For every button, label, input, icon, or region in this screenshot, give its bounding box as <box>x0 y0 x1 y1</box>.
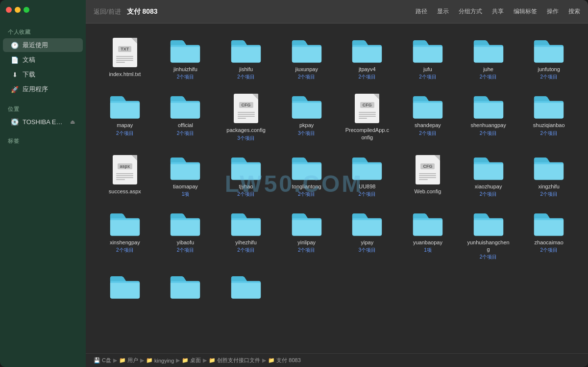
toolbar: 返回/前进 支付 8083 路径 显示 分组方式 共享 编辑标签 操作 搜索 <box>86 0 588 24</box>
folder-icon <box>351 210 383 236</box>
drive-icon: 💾 <box>94 357 100 364</box>
bc-user-folder[interactable]: 📁 用户 <box>119 357 138 364</box>
file-item[interactable]: yuanbaopay1项 <box>398 207 457 265</box>
file-count: 2个项目 <box>359 191 376 198</box>
folder-icon <box>291 37 322 63</box>
file-item[interactable]: aspx success.aspx <box>96 151 154 202</box>
file-name: jinhuizhifu <box>173 66 197 73</box>
eject-icon[interactable]: ⏏ <box>70 119 75 125</box>
toolbar-display-btn[interactable]: 显示 <box>437 7 449 16</box>
file-count: 2个项目 <box>540 74 558 80</box>
toolbar-path-btn[interactable]: 路径 <box>416 7 427 16</box>
sidebar-item-recent[interactable]: 🕐 最近使用 <box>3 38 83 52</box>
bc-label: kingying <box>154 358 174 364</box>
file-item[interactable] <box>96 269 154 306</box>
toolbar-action-btn[interactable]: 操作 <box>547 7 559 16</box>
file-item[interactable]: mapay2个项目 <box>96 89 154 145</box>
file-name: xingzhifu <box>538 183 559 190</box>
file-item[interactable]: jiuxunpay2个项目 <box>277 33 336 84</box>
breadcrumb: 💾 C盘 ▶ 📁 用户 ▶ 📁 kingying ▶ 📁 桌面 <box>94 357 301 364</box>
file-item[interactable]: yibaofu2个项目 <box>156 207 215 265</box>
file-name: tjyhao <box>239 183 253 190</box>
file-count: 2个项目 <box>480 254 497 261</box>
file-item[interactable]: jtpayv42个项目 <box>338 33 397 84</box>
maximize-button[interactable] <box>24 7 29 13</box>
file-count: 2个项目 <box>480 191 497 198</box>
folder-icon <box>230 155 262 180</box>
file-item[interactable] <box>217 269 275 306</box>
sidebar-item-label: 应用程序 <box>23 85 48 94</box>
bc-label: 创胜支付接口文件 <box>217 357 260 364</box>
file-item[interactable]: UU8982个项目 <box>338 151 397 202</box>
file-item[interactable]: CFG Web.config <box>398 151 457 202</box>
file-item[interactable]: tongliantong2个项目 <box>277 151 336 202</box>
file-count: 2个项目 <box>298 74 316 80</box>
file-item[interactable]: pkpay3个项目 <box>277 89 336 145</box>
file-count: 2个项目 <box>480 74 497 80</box>
file-item[interactable]: xinshengpay2个项目 <box>96 207 154 265</box>
file-item[interactable]: xiaozhupay2个项目 <box>459 151 518 202</box>
file-item[interactable]: CFG PrecompiledApp.config <box>338 89 397 145</box>
sidebar: 个人收藏 🕐 最近使用 📄 文稿 ⬇ 下载 🚀 应用程序 位置 💽 TOSHIB… <box>0 0 86 367</box>
file-name: shenhuangpay <box>470 122 506 129</box>
file-item[interactable]: TXT index.html.txt <box>96 33 154 84</box>
txt-file-icon: TXT <box>112 37 138 68</box>
toolbar-search-btn[interactable]: 搜索 <box>568 7 580 16</box>
toolbar-share-btn[interactable]: 共享 <box>492 7 504 16</box>
folder-icon <box>230 210 262 236</box>
folder-icon <box>412 210 443 236</box>
bc-label: 支付 8083 <box>276 357 301 364</box>
file-grid-container[interactable]: TXT index.html.txt jinhuizhifu2个项目 jishi… <box>86 24 588 353</box>
sidebar-section-personal: 个人收藏 <box>0 25 86 38</box>
folder-icon <box>412 93 443 119</box>
sidebar-item-downloads[interactable]: ⬇ 下载 <box>3 68 83 81</box>
file-name: official <box>178 122 193 129</box>
file-item[interactable]: zhaocaimao2个项目 <box>519 207 578 265</box>
sidebar-item-toshiba[interactable]: 💽 TOSHIBA E… ⏏ <box>3 115 83 128</box>
file-item[interactable]: juhe2个项目 <box>459 33 518 84</box>
file-count: 1项 <box>424 247 432 254</box>
toolbar-tags-btn[interactable]: 编辑标签 <box>514 7 537 16</box>
file-item[interactable]: official2个项目 <box>156 89 215 145</box>
file-item[interactable]: jinhuizhifu2个项目 <box>156 33 215 84</box>
file-item[interactable]: tjyhao2个项目 <box>217 151 275 202</box>
file-count: 2个项目 <box>237 191 255 198</box>
file-item[interactable]: yunhuishangcheng2个项目 <box>459 207 518 265</box>
file-item[interactable] <box>156 269 215 306</box>
cfg-file-icon: CFG <box>415 155 441 185</box>
file-name: yuanbaopay <box>413 239 442 246</box>
file-item[interactable]: jufu2个项目 <box>398 33 457 84</box>
file-item[interactable]: shuziqianbao2个项目 <box>519 89 578 145</box>
file-item[interactable]: shandepay2个项目 <box>398 89 457 145</box>
file-name: Web.config <box>415 188 441 195</box>
file-item[interactable]: yipay3个项目 <box>338 207 397 265</box>
file-name: yibaofu <box>177 239 194 246</box>
file-item[interactable]: xingzhifu2个项目 <box>519 151 578 202</box>
folder-icon <box>473 155 504 180</box>
file-item[interactable]: shenhuangpay2个项目 <box>459 89 518 145</box>
close-button[interactable] <box>6 7 12 13</box>
file-item[interactable]: CFG packages.config3个项目 <box>217 89 275 145</box>
folder-icon <box>291 93 322 119</box>
file-item[interactable]: yihezhifu2个项目 <box>217 207 275 265</box>
file-count: 2个项目 <box>177 130 195 137</box>
file-grid: TXT index.html.txt jinhuizhifu2个项目 jishi… <box>96 33 578 306</box>
file-name: jiuxunpay <box>295 66 318 73</box>
minimize-button[interactable] <box>15 7 21 13</box>
bc-drive[interactable]: 💾 C盘 <box>94 357 111 364</box>
file-item[interactable]: tiaomapay1项 <box>156 151 215 202</box>
file-item[interactable]: jishifu2个项目 <box>217 33 275 84</box>
file-name: yunhuishangcheng <box>466 239 511 253</box>
file-item[interactable]: yinlipay2个项目 <box>277 207 336 265</box>
bc-payment-files[interactable]: 📁 创胜支付接口文件 <box>209 357 260 364</box>
toolbar-group-btn[interactable]: 分组方式 <box>459 7 482 16</box>
bc-desktop[interactable]: 📁 桌面 <box>182 357 201 364</box>
bc-kingying[interactable]: 📁 kingying <box>146 357 174 364</box>
sidebar-item-applications[interactable]: 🚀 应用程序 <box>3 82 83 96</box>
sidebar-item-documents[interactable]: 📄 文稿 <box>3 53 83 67</box>
file-item[interactable]: junfutong2个项目 <box>519 33 578 84</box>
file-name: xiaozhupay <box>475 183 502 190</box>
folder-icon <box>170 273 201 299</box>
nav-back-forward[interactable]: 返回/前进 <box>94 7 121 16</box>
bc-pay8083[interactable]: 📁 支付 8083 <box>268 357 301 364</box>
